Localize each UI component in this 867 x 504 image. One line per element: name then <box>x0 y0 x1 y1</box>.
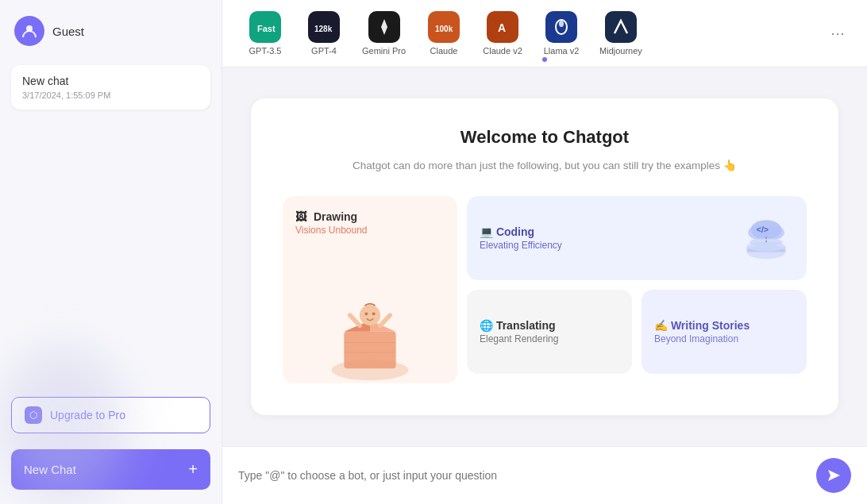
feature-writing-subtitle: Beyond Imagination <box>654 333 749 344</box>
svg-point-21 <box>372 313 376 316</box>
upgrade-to-pro-button[interactable]: ⬡ Upgrade to Pro <box>11 397 210 433</box>
feature-right-column: 💻 Coding Elevating Efficiency </> <box>467 196 807 374</box>
svg-line-18 <box>350 315 360 325</box>
feature-drawing-title: 🖼 Drawing <box>295 210 445 223</box>
chat-history: New chat 3/17/2024, 1:55:09 PM <box>0 59 222 387</box>
new-chat-label: New Chat <box>24 463 76 476</box>
svg-point-13 <box>559 21 564 27</box>
chat-history-item[interactable]: New chat 3/17/2024, 1:55:09 PM <box>11 65 210 110</box>
feature-translating-subtitle: Elegant Rendering <box>480 333 558 344</box>
model-label-llama: Llama v2 <box>544 46 580 56</box>
coding-icon: 💻 <box>480 225 496 238</box>
svg-rect-16 <box>344 332 395 369</box>
drawing-illustration <box>295 245 445 383</box>
feature-coding-text: 💻 Coding Elevating Efficiency <box>480 225 562 251</box>
upgrade-label: Upgrade to Pro <box>50 409 125 421</box>
svg-text:Fast: Fast <box>257 24 276 33</box>
input-bar <box>222 446 867 504</box>
feature-drawing-card[interactable]: 🖼 Drawing Visions Unbound <box>283 196 457 383</box>
model-item-gpt35[interactable]: Fast GPT-3.5 <box>238 8 292 59</box>
chat-input[interactable] <box>238 469 807 482</box>
model-label-claudev2: Claude v2 <box>483 46 522 56</box>
feature-translating-card[interactable]: 🌐 Translating Elegant Rendering <box>467 290 632 374</box>
new-chat-button[interactable]: New Chat + <box>11 449 210 490</box>
model-label-gpt35: GPT-3.5 <box>249 46 282 56</box>
welcome-area: Welcome to Chatgot Chatgot can do more t… <box>222 67 867 446</box>
model-item-claude[interactable]: 100k Claude <box>417 8 471 59</box>
model-dot <box>542 57 547 62</box>
sidebar-username: Guest <box>52 25 84 38</box>
svg-text:A: A <box>498 21 506 34</box>
feature-writing-content: ✍ Writing Stories Beyond Imagination <box>654 319 749 344</box>
model-label-claude: Claude <box>430 46 458 56</box>
feature-drawing-subtitle: Visions Unbound <box>295 225 445 236</box>
model-item-midjourney[interactable]: Midjourney <box>593 8 649 59</box>
feature-translating-title: 🌐 Translating <box>480 319 558 332</box>
svg-point-17 <box>360 305 380 325</box>
svg-text:128k: 128k <box>314 25 333 33</box>
feature-writing-card[interactable]: ✍ Writing Stories Beyond Imagination <box>642 290 807 374</box>
more-options-icon[interactable]: ⋯ <box>824 21 851 45</box>
feature-drawing-header: 🖼 Drawing Visions Unbound <box>295 210 445 245</box>
svg-text:</>: </> <box>757 225 769 234</box>
welcome-subtitle: Chatgot can do more than just the follow… <box>283 157 807 175</box>
writing-icon: ✍ <box>654 319 671 332</box>
feature-coding-title: 💻 Coding <box>480 225 562 238</box>
svg-line-19 <box>380 315 390 325</box>
model-item-gpt4[interactable]: 128k GPT-4 <box>297 8 351 59</box>
feature-coding-subtitle: Elevating Efficiency <box>480 240 562 251</box>
avatar <box>14 16 44 46</box>
model-item-claudev2[interactable]: A Claude v2 <box>476 8 530 59</box>
chat-item-title: New chat <box>22 75 199 87</box>
model-bar: Fast GPT-3.5 128k GPT-4 Gem <box>222 0 867 67</box>
model-label-midjourney: Midjourney <box>599 46 642 56</box>
main-content: Fast GPT-3.5 128k GPT-4 Gem <box>222 0 867 504</box>
feature-writing-title: ✍ Writing Stories <box>654 319 749 332</box>
feature-bottom-row: 🌐 Translating Elegant Rendering ✍ <box>467 290 807 374</box>
model-label-gemini: Gemini Pro <box>362 46 406 56</box>
drawing-icon: 🖼 <box>295 210 306 223</box>
model-item-gemini[interactable]: Gemini Pro <box>356 8 412 59</box>
feature-grid: 🖼 Drawing Visions Unbound <box>283 196 807 383</box>
chat-item-time: 3/17/2024, 1:55:09 PM <box>22 90 199 100</box>
model-label-gpt4: GPT-4 <box>311 46 337 56</box>
feature-translating-content: 🌐 Translating Elegant Rendering <box>480 319 558 344</box>
svg-point-20 <box>364 313 368 316</box>
model-item-llama[interactable]: Llama v2 <box>534 8 588 59</box>
upgrade-icon: ⬡ <box>25 406 42 424</box>
new-chat-plus-icon: + <box>188 460 198 479</box>
translating-icon: 🌐 <box>480 319 496 332</box>
welcome-title: Welcome to Chatgot <box>283 127 807 148</box>
welcome-card: Welcome to Chatgot Chatgot can do more t… <box>251 98 838 416</box>
feature-coding-card[interactable]: 💻 Coding Elevating Efficiency </> <box>467 196 807 280</box>
sidebar: Guest New chat 3/17/2024, 1:55:09 PM ⬡ U… <box>0 0 222 504</box>
send-button[interactable] <box>816 458 851 493</box>
sidebar-header: Guest <box>0 0 222 59</box>
svg-text:100k: 100k <box>435 25 453 33</box>
